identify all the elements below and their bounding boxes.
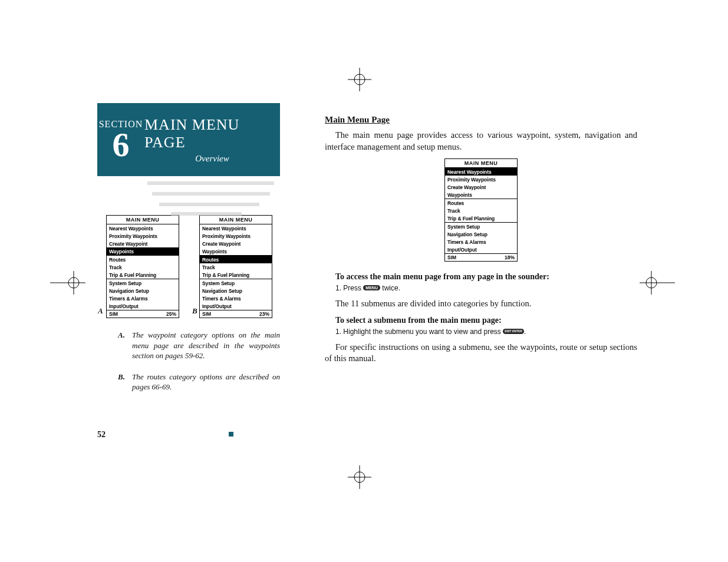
menu-item: Input/Output (107, 302, 179, 310)
screen-a-status: SIM 25% (107, 310, 179, 318)
menu-item: Navigation Setup (200, 287, 272, 295)
menu-item: Create Waypoint (200, 240, 272, 247)
step2-pre: 1. Highlight the submenu you want to vie… (335, 328, 503, 336)
menu-item: Trip & Fuel Planning (445, 214, 517, 222)
section-title: MAIN MENU PAGE (144, 116, 280, 151)
menu-item: Input/Output (200, 302, 272, 310)
menu-item: Create Waypoint (445, 183, 517, 191)
page-number: 52 (97, 430, 106, 439)
menu-button-icon: MENU (363, 285, 380, 290)
section-header-block: SECTION 6 MAIN MENU PAGE Overview (97, 103, 280, 176)
section-tab: SECTION 6 MAIN MENU PAGE Overview (97, 103, 280, 176)
caption-b: B. The routes category options are descr… (118, 372, 280, 392)
menu-item: Timers & Alarms (200, 295, 272, 302)
status-pct: 23% (259, 311, 269, 317)
menu-item: Track (445, 207, 517, 214)
menu-item: Navigation Setup (445, 230, 517, 238)
screen-b-status: SIM 23% (200, 310, 272, 318)
paragraph-3: For specific instructions on using a sub… (325, 342, 637, 365)
menu-item: Timers & Alarms (445, 238, 517, 246)
enter-button-icon: EDIT ENTER (503, 329, 524, 334)
menu-item: System Setup (107, 279, 179, 287)
step1-post: twice. (380, 284, 400, 292)
menu-item: Input/Output (445, 246, 517, 253)
step-1: 1. Press MENU twice. (335, 284, 637, 292)
menu-item: Waypoints (445, 191, 517, 199)
intro-paragraph: The main menu page provides access to va… (325, 130, 637, 153)
status-pct: 25% (166, 311, 176, 317)
paragraph-2: The 11 submenus are divided into categor… (325, 298, 637, 310)
menu-item: Trip & Fuel Planning (107, 271, 179, 279)
reg-mark-right (640, 271, 675, 295)
menu-item-highlighted: Waypoints (107, 247, 179, 255)
status-sim: SIM (109, 311, 118, 317)
menu-item: Routes (107, 256, 179, 263)
manual-page: SECTION 6 MAIN MENU PAGE Overview MAIN M… (0, 0, 728, 562)
device-screen-c: MAIN MENU Nearest Waypoints Proximity Wa… (444, 158, 518, 262)
instruction-heading-1: To access the main menu page from any pa… (325, 272, 637, 282)
menu-item-highlighted: Routes (200, 256, 272, 263)
device-screen-b: MAIN MENU Nearest Waypoints Proximity Wa… (199, 215, 272, 318)
menu-item: Track (200, 263, 272, 271)
section-number-box: SECTION 6 (97, 103, 144, 176)
reg-mark-left (50, 271, 85, 295)
section-subtitle: Overview (195, 154, 229, 164)
menu-item: Routes (445, 199, 517, 207)
menu-item: Trip & Fuel Planning (200, 271, 272, 279)
status-sim: SIM (202, 311, 211, 317)
step1-pre: 1. Press (335, 284, 363, 292)
menu-item: Navigation Setup (107, 287, 179, 295)
label-a: A (98, 306, 103, 316)
label-b: B (192, 306, 197, 316)
screen-c-status: SIM 18% (445, 253, 517, 261)
caption-a: A. The waypoint category options on the … (118, 330, 280, 361)
caption-a-text: The waypoint category options on the mai… (132, 330, 280, 361)
page-marker-square (229, 432, 233, 437)
menu-item: Proximity Waypoints (107, 232, 179, 240)
screen-c-title: MAIN MENU (445, 159, 517, 167)
section-title-box: MAIN MENU PAGE Overview (144, 103, 280, 176)
menu-item: System Setup (200, 279, 272, 287)
menu-item-highlighted: Nearest Waypoints (445, 168, 517, 176)
caption-a-letter: A. (118, 330, 126, 361)
menu-item: Proximity Waypoints (200, 232, 272, 240)
menu-item: Proximity Waypoints (445, 176, 517, 183)
body-text: Main Menu Page The main menu page provid… (325, 115, 637, 371)
reg-mark-top (348, 68, 371, 91)
figure-captions: A. The waypoint category options on the … (118, 330, 280, 403)
device-screen-a: MAIN MENU Nearest Waypoints Proximity Wa… (106, 215, 179, 318)
main-menu-heading: Main Menu Page (325, 115, 637, 125)
menu-item: Waypoints (200, 247, 272, 255)
menu-item: Timers & Alarms (107, 295, 179, 302)
status-sim: SIM (447, 254, 456, 260)
caption-b-text: The routes category options are describe… (132, 372, 280, 392)
status-pct: 18% (505, 254, 515, 260)
menu-item: Track (107, 263, 179, 271)
example-screens: MAIN MENU Nearest Waypoints Proximity Wa… (106, 215, 272, 318)
menu-item: System Setup (445, 223, 517, 230)
step2-post: . (524, 328, 526, 336)
instruction-heading-2: To select a submenu from the main menu p… (325, 316, 637, 325)
reg-mark-bottom (348, 465, 371, 489)
section-number: 6 (113, 130, 130, 160)
step-2: 1. Highlight the submenu you want to vie… (335, 328, 637, 336)
caption-b-letter: B. (118, 372, 126, 392)
menu-item: Create Waypoint (107, 240, 179, 247)
